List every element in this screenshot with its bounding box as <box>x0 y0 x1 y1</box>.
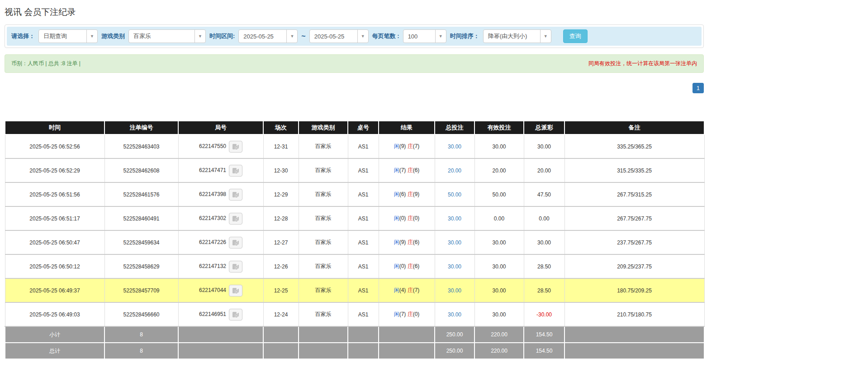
subtotal-label: 小计 <box>5 326 104 343</box>
cell-result: 闲(9) 庄(6) <box>379 230 435 254</box>
result-player-label: 闲 <box>394 311 399 317</box>
total-total-bet: 250.00 <box>435 343 474 359</box>
total-valid-bet: 220.00 <box>474 343 524 359</box>
cell-valid-bet: 30.00 <box>474 302 524 326</box>
video-replay-button[interactable] <box>229 309 242 321</box>
chevron-down-icon: ▼ <box>435 30 446 43</box>
total-bet-link[interactable]: 30.00 <box>448 239 461 246</box>
video-replay-button[interactable] <box>229 237 242 249</box>
total-bet-link[interactable]: 30.00 <box>448 263 461 270</box>
round-number: 622147302 <box>199 215 226 221</box>
cell-result: 闲(0) 庄(6) <box>379 254 435 278</box>
subtotal-payout: 154.50 <box>524 326 564 343</box>
total-payout: 154.50 <box>524 343 564 359</box>
payout-value: 28.50 <box>537 287 551 294</box>
cell-round: 622147226 <box>178 230 263 254</box>
currency-summary-text: 币别：人民币 | 总共 :8 注单 | <box>11 60 81 67</box>
per-page-label: 每页笔数 : <box>372 32 399 40</box>
video-replay-button[interactable] <box>229 165 242 177</box>
chevron-down-icon: ▼ <box>286 30 297 43</box>
result-player-label: 闲 <box>394 215 399 221</box>
cell-session: 12-24 <box>263 302 299 326</box>
table-row: 2025-05-25 06:52:29522528462608622147471… <box>5 158 704 182</box>
payout-value: 28.50 <box>537 263 551 270</box>
payout-value: 0.00 <box>539 215 549 222</box>
total-bet-link[interactable]: 20.00 <box>448 167 461 174</box>
round-number: 622147471 <box>199 167 226 173</box>
video-replay-button[interactable] <box>229 261 242 273</box>
result-player-label: 闲 <box>394 287 399 293</box>
cell-total-bet: 20.00 <box>435 158 474 182</box>
result-player-value: (0) <box>399 215 408 221</box>
cell-total-bet: 30.00 <box>435 206 474 230</box>
query-type-select[interactable]: 日期查询 ▼ <box>38 29 98 43</box>
film-video-icon <box>232 311 239 318</box>
cell-table: AS1 <box>348 254 379 278</box>
cell-total-bet: 50.00 <box>435 182 474 206</box>
cell-table: AS1 <box>348 230 379 254</box>
cell-result: 闲(6) 庄(9) <box>379 182 435 206</box>
cell-total-bet: 30.00 <box>435 230 474 254</box>
table-row: 2025-05-25 06:51:56522528461576622147398… <box>5 182 704 206</box>
date-to-select[interactable]: 2025-05-25 ▼ <box>309 29 369 43</box>
video-replay-button[interactable] <box>229 285 242 297</box>
cell-game: 百家乐 <box>299 302 348 326</box>
cell-valid-bet: 30.00 <box>474 278 524 302</box>
video-replay-button[interactable] <box>229 189 242 201</box>
film-video-icon <box>232 144 239 150</box>
page-number-button[interactable]: 1 <box>693 83 704 93</box>
cell-session: 12-28 <box>263 206 299 230</box>
per-page-select[interactable]: 100 ▼ <box>403 29 446 43</box>
total-bet-link[interactable]: 30.00 <box>448 311 461 318</box>
column-header: 时间 <box>5 121 104 134</box>
cell-payout: 30.00 <box>524 230 564 254</box>
table-row: 2025-05-25 06:49:03522528456660622146951… <box>5 302 704 326</box>
subtotal-count: 8 <box>104 326 178 343</box>
subtotal-valid-bet: 220.00 <box>474 326 524 343</box>
result-player-label: 闲 <box>394 143 399 149</box>
total-bet-link[interactable]: 30.00 <box>448 287 461 294</box>
search-button[interactable]: 查询 <box>563 29 588 43</box>
table-row: 2025-05-25 06:52:56522528463403622147550… <box>5 134 704 158</box>
sort-select[interactable]: 降幂(由大到小) ▼ <box>483 29 551 43</box>
total-bet-link[interactable]: 30.00 <box>448 215 461 222</box>
cell-session: 12-30 <box>263 158 299 182</box>
result-banker-value: (7) <box>413 287 420 293</box>
cell-note: 237.75/267.75 <box>564 230 704 254</box>
cell-bet-id: 522528461576 <box>104 182 178 206</box>
cell-table: AS1 <box>348 206 379 230</box>
cell-valid-bet: 0.00 <box>474 206 524 230</box>
cell-payout: 47.50 <box>524 182 564 206</box>
result-player-label: 闲 <box>394 191 399 197</box>
date-from-value: 2025-05-25 <box>239 33 286 40</box>
cell-session: 12-31 <box>263 134 299 158</box>
cell-bet-id: 522528462608 <box>104 158 178 182</box>
cell-result: 闲(9) 庄(7) <box>379 134 435 158</box>
cell-total-bet: 30.00 <box>435 302 474 326</box>
column-header: 有效投注 <box>474 121 524 134</box>
column-header: 结果 <box>379 121 435 134</box>
cell-bet-id: 522528458629 <box>104 254 178 278</box>
cell-bet-id: 522528463403 <box>104 134 178 158</box>
main-content: 视讯 会员下注纪录 请选择： 日期查询 ▼ 游戏类别 百家乐 ▼ 时间区间: 2… <box>5 6 704 359</box>
round-number: 622147044 <box>199 287 226 293</box>
cell-game: 百家乐 <box>299 230 348 254</box>
total-label: 总计 <box>5 343 104 359</box>
cell-table: AS1 <box>348 278 379 302</box>
video-replay-button[interactable] <box>229 213 242 225</box>
cell-total-bet: 30.00 <box>435 254 474 278</box>
date-from-select[interactable]: 2025-05-25 ▼ <box>238 29 298 43</box>
video-replay-button[interactable] <box>229 141 242 153</box>
total-count: 8 <box>104 343 178 359</box>
payout-value: 47.50 <box>537 191 551 198</box>
total-bet-link[interactable]: 50.00 <box>448 191 461 198</box>
total-bet-link[interactable]: 30.00 <box>448 144 461 150</box>
game-type-value: 百家乐 <box>129 32 194 40</box>
cell-time: 2025-05-25 06:49:37 <box>5 278 104 302</box>
game-type-select[interactable]: 百家乐 ▼ <box>128 29 206 43</box>
date-range-tilde: ~ <box>301 32 305 40</box>
cell-note: 209.25/237.75 <box>564 254 704 278</box>
film-video-icon <box>232 263 239 270</box>
pagination-top: 1 <box>5 83 704 93</box>
chevron-down-icon: ▼ <box>357 30 368 43</box>
